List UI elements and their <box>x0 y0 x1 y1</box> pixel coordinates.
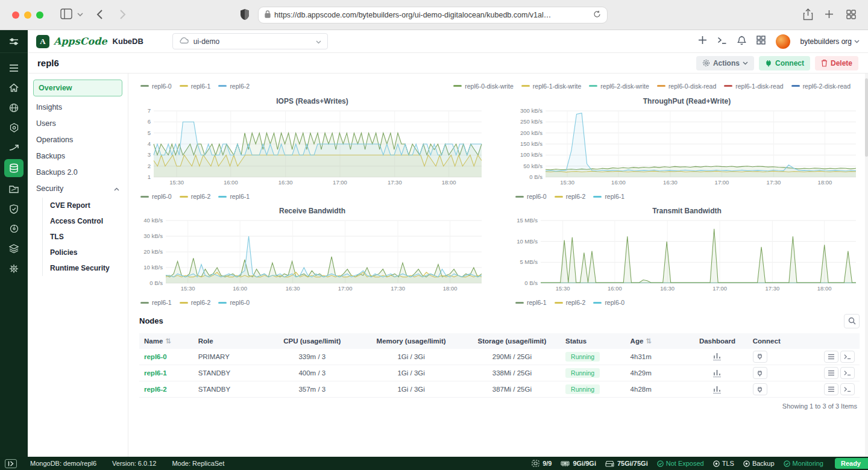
monitoring-status: Monitoring <box>784 460 823 467</box>
zoom-window-button[interactable] <box>36 11 43 19</box>
node-link[interactable]: repl6-0 <box>144 353 167 360</box>
legend-item[interactable]: repl6-2 <box>180 193 211 200</box>
tab-overview-icon[interactable] <box>846 10 856 19</box>
legend-item[interactable]: repl6-2-disk-read <box>791 83 851 90</box>
notifications-bell-icon[interactable] <box>737 36 746 48</box>
databases-icon[interactable] <box>5 60 23 76</box>
legend-swatch <box>180 302 188 304</box>
helm-icon[interactable] <box>5 260 23 277</box>
sidebar-toggle-browser-icon[interactable] <box>60 8 72 19</box>
tls-status: TLS <box>713 460 734 467</box>
sidebar-item-insights[interactable]: Insights <box>28 99 128 115</box>
exec-terminal-icon[interactable] <box>840 351 855 363</box>
security-shield-icon[interactable] <box>5 201 23 217</box>
svg-text:17:00: 17:00 <box>715 179 729 186</box>
col-name[interactable]: Name⇅ <box>139 333 193 349</box>
legend-item[interactable]: repl6-0 <box>515 193 547 200</box>
sidebar-item-backups[interactable]: Backups <box>28 148 128 164</box>
logs-icon[interactable] <box>824 367 838 379</box>
reload-icon[interactable] <box>593 10 601 20</box>
close-window-button[interactable] <box>12 11 19 19</box>
sidebar-item-operations[interactable]: Operations <box>28 131 128 148</box>
legend-item[interactable]: repl6-1 <box>593 193 624 200</box>
actions-button[interactable]: Actions <box>696 56 754 70</box>
share-icon[interactable] <box>803 8 813 20</box>
legend-item[interactable]: repl6-1 <box>218 193 250 200</box>
create-plus-icon[interactable] <box>698 36 707 47</box>
scrollbar-thumb[interactable] <box>865 78 868 157</box>
org-avatar[interactable] <box>776 34 790 49</box>
legend-item[interactable]: repl6-0-disk-write <box>453 83 514 90</box>
back-button[interactable] <box>96 9 103 20</box>
layers-icon[interactable] <box>5 240 23 257</box>
database-active-icon[interactable] <box>4 159 24 177</box>
apps-grid-icon[interactable] <box>756 36 766 47</box>
dashboard-chart-icon[interactable] <box>713 386 721 393</box>
namespace-select[interactable]: ui-demo <box>172 33 328 49</box>
legend-item[interactable]: repl6-2 <box>555 193 586 200</box>
search-button[interactable] <box>844 314 860 328</box>
legend-item[interactable]: repl6-1 <box>180 83 211 90</box>
legend-item[interactable]: repl6-2 <box>555 299 586 306</box>
forward-button[interactable] <box>119 9 126 20</box>
svg-text:5: 5 <box>148 129 151 136</box>
minimize-window-button[interactable] <box>24 11 31 19</box>
legend-swatch <box>555 196 563 198</box>
delete-button[interactable]: Delete <box>815 56 858 70</box>
window-controls[interactable] <box>12 11 43 19</box>
chevron-down-icon[interactable] <box>77 13 83 17</box>
cluster-icon[interactable] <box>5 99 23 116</box>
sort-icon[interactable]: ⇅ <box>646 337 652 345</box>
legend-item[interactable]: repl6-0 <box>218 299 250 306</box>
metrics-icon[interactable] <box>5 139 23 155</box>
dashboard-chart-icon[interactable] <box>713 352 721 360</box>
legend-item[interactable]: repl6-2 <box>180 299 211 306</box>
connect-plug-icon[interactable] <box>753 367 767 379</box>
terminal-icon[interactable] <box>717 36 727 47</box>
legend-item[interactable]: repl6-2-disk-write <box>589 83 649 90</box>
legend-item[interactable]: repl6-0 <box>140 193 172 200</box>
legend-item[interactable]: repl6-1 <box>140 299 172 306</box>
svg-text:15:30: 15:30 <box>560 179 574 186</box>
connect-plug-icon[interactable] <box>753 351 767 363</box>
node-link[interactable]: repl6-2 <box>144 386 167 393</box>
legend-item[interactable]: repl6-0 <box>140 83 172 90</box>
legend-item[interactable]: repl6-1-disk-write <box>521 83 582 90</box>
connect-plug-icon[interactable] <box>753 383 767 395</box>
connect-button[interactable]: Connect <box>759 56 810 70</box>
col-age[interactable]: Age⇅ <box>626 333 687 349</box>
sidebar-item-overview[interactable]: Overview <box>33 80 122 96</box>
sidebar-item-policies[interactable]: Policies <box>43 245 128 260</box>
privacy-shield-icon[interactable] <box>240 8 250 20</box>
catalog-icon[interactable] <box>5 181 23 197</box>
sort-icon[interactable]: ⇅ <box>165 337 171 345</box>
node-link[interactable]: repl6-1 <box>144 369 167 377</box>
logs-icon[interactable] <box>824 351 838 363</box>
sidebar-item-security[interactable]: Security <box>28 180 128 196</box>
dashboard-chart-icon[interactable] <box>713 369 721 377</box>
address-bar[interactable]: https://db.appscode.com/bytebuilders-org… <box>258 7 608 24</box>
home-icon[interactable] <box>5 80 23 96</box>
legend-item[interactable]: repl6-2 <box>218 83 250 90</box>
appscode-logo[interactable]: A AppsCode KubeDB <box>36 35 143 48</box>
sidebar-item-tls[interactable]: TLS <box>43 229 128 245</box>
logs-icon[interactable] <box>824 383 838 395</box>
sidebar-item-cve-report[interactable]: CVE Report <box>43 198 128 213</box>
legend-item[interactable]: repl6-0-disk-read <box>657 83 716 90</box>
legend-item[interactable]: repl6-1-disk-read <box>724 83 783 90</box>
operations-icon[interactable] <box>5 221 23 237</box>
sidebar-item-runtime-security[interactable]: Runtime Security <box>43 260 128 276</box>
sidebar-item-access-control[interactable]: Access Control <box>43 213 128 229</box>
exec-terminal-icon[interactable] <box>840 367 855 379</box>
legend-item[interactable]: repl6-1 <box>515 299 547 306</box>
org-switcher[interactable]: bytebuilders org <box>800 37 860 46</box>
sidebar-toggle-icon[interactable] <box>5 33 23 49</box>
new-tab-icon[interactable] <box>825 10 834 19</box>
sidebar-item-backups-2[interactable]: Backups 2.0 <box>28 164 128 180</box>
exec-terminal-icon[interactable] <box>840 383 855 395</box>
legend-item[interactable]: repl6-0 <box>593 299 624 306</box>
expand-panel-icon[interactable] <box>5 459 17 468</box>
scrollbar[interactable] <box>865 74 868 457</box>
sidebar-item-users[interactable]: Users <box>28 115 128 131</box>
kubernetes-icon[interactable] <box>5 119 23 136</box>
